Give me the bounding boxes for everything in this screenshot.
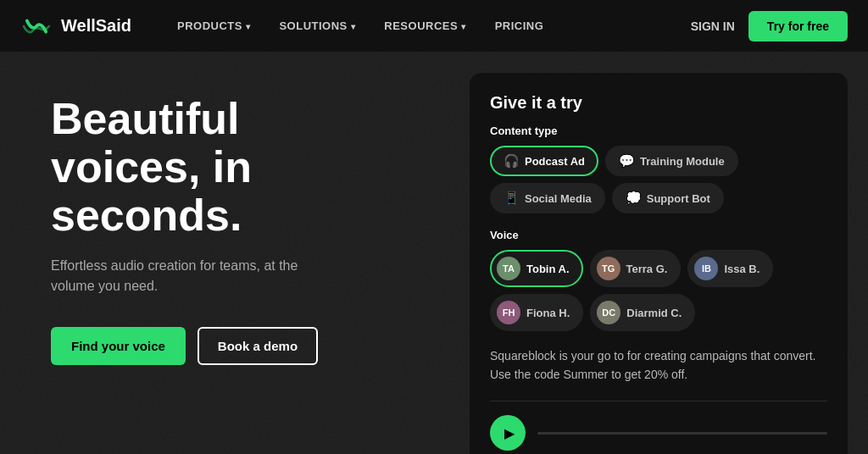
- book-demo-button[interactable]: Book a demo: [198, 327, 318, 365]
- pill-social-label: Social Media: [525, 192, 592, 205]
- pill-podcast[interactable]: 🎧 Podcast Ad: [490, 146, 598, 176]
- voice-tobin-label: Tobin A.: [526, 263, 570, 275]
- voice-diarmid[interactable]: DC Diarmid C.: [590, 294, 695, 331]
- voice-fiona[interactable]: FH Fiona H.: [490, 294, 583, 331]
- voice-diarmid-label: Diarmid C.: [626, 307, 682, 319]
- pill-social[interactable]: 📱 Social Media: [490, 183, 605, 213]
- find-voice-button[interactable]: Find your voice: [51, 327, 186, 365]
- logo[interactable]: WellSaid: [20, 14, 131, 38]
- hero-right: Give it a try Content type 🎧 Podcast Ad …: [453, 53, 868, 454]
- nav-resources[interactable]: RESOURCES ▾: [372, 14, 477, 37]
- voice-pills: TA Tobin A. TG Terra G. IB Issa B. FH Fi…: [490, 250, 827, 331]
- progress-bar[interactable]: [537, 432, 827, 435]
- pill-training-label: Training Module: [640, 155, 725, 168]
- play-icon: ▶: [504, 425, 515, 441]
- navbar: WellSaid PRODUCTS ▾ SOLUTIONS ▾ RESOURCE…: [0, 0, 868, 53]
- avatar-issa: IB: [694, 257, 718, 280]
- hero-title: Beautiful voices, in seconds.: [51, 95, 373, 241]
- hero-left: Beautiful voices, in seconds. Effortless…: [0, 53, 453, 454]
- pill-support[interactable]: 💭 Support Bot: [612, 183, 724, 213]
- try-free-button[interactable]: Try for free: [748, 11, 848, 42]
- voice-terra[interactable]: TG Terra G.: [590, 250, 682, 287]
- hero-subtitle: Effortless audio creation for teams, at …: [51, 256, 339, 296]
- nav-right: SIGN IN Try for free: [691, 11, 848, 42]
- nav-products[interactable]: PRODUCTS ▾: [165, 14, 262, 37]
- voice-terra-label: Terra G.: [626, 263, 668, 275]
- avatar-tobin: TA: [497, 257, 520, 280]
- chat-icon: 💬: [619, 153, 635, 169]
- voice-issa-label: Issa B.: [724, 263, 760, 275]
- chevron-down-icon: ▾: [246, 22, 251, 31]
- logo-text: WellSaid: [61, 16, 131, 36]
- pill-podcast-label: Podcast Ad: [525, 155, 585, 168]
- card-divider: [490, 401, 827, 401]
- support-icon: 💭: [626, 191, 642, 206]
- avatar-fiona: FH: [497, 301, 520, 324]
- nav-links: PRODUCTS ▾ SOLUTIONS ▾ RESOURCES ▾ PRICI…: [165, 14, 691, 37]
- nav-solutions[interactable]: SOLUTIONS ▾: [267, 14, 367, 37]
- avatar-diarmid: DC: [597, 301, 620, 324]
- audio-player: ▶: [490, 415, 827, 451]
- chevron-down-icon: ▾: [351, 22, 356, 31]
- demo-card: Give it a try Content type 🎧 Podcast Ad …: [470, 73, 848, 454]
- voice-issa[interactable]: IB Issa B.: [687, 250, 773, 287]
- pill-support-label: Support Bot: [647, 192, 710, 205]
- preview-text: Squareblock is your go to for creating c…: [490, 346, 827, 387]
- logo-icon: [20, 14, 53, 38]
- mobile-icon: 📱: [504, 191, 520, 206]
- avatar-terra: TG: [597, 257, 620, 280]
- content-type-label: Content type: [490, 125, 827, 137]
- voice-label: Voice: [490, 229, 827, 241]
- play-button[interactable]: ▶: [490, 415, 526, 451]
- chevron-down-icon: ▾: [461, 22, 466, 31]
- card-title: Give it a try: [490, 93, 827, 113]
- content-type-pills: 🎧 Podcast Ad 💬 Training Module 📱 Social …: [490, 146, 827, 213]
- voice-tobin[interactable]: TA Tobin A.: [490, 250, 583, 287]
- hero-section: Beautiful voices, in seconds. Effortless…: [0, 53, 868, 454]
- nav-pricing[interactable]: PRICING: [483, 14, 556, 37]
- sign-in-link[interactable]: SIGN IN: [691, 19, 735, 33]
- hero-buttons: Find your voice Book a demo: [51, 327, 419, 365]
- headphones-icon: 🎧: [504, 153, 520, 169]
- pill-training[interactable]: 💬 Training Module: [605, 146, 738, 176]
- voice-fiona-label: Fiona H.: [526, 307, 570, 319]
